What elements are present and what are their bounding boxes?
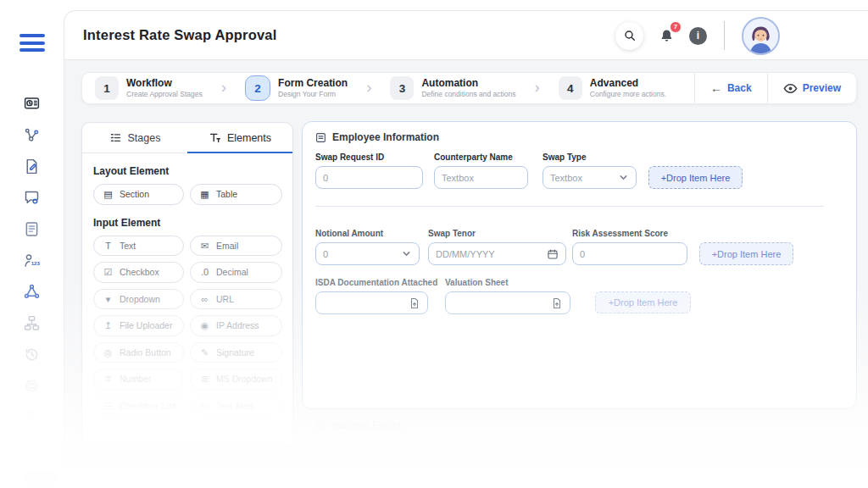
sidebar-bottom-button[interactable]: [25, 471, 57, 488]
stages-icon: [109, 131, 122, 144]
element-icon: T: [103, 241, 114, 251]
notifications-button[interactable]: 7: [654, 22, 679, 50]
palette-item[interactable]: ◎ Radio Button: [93, 342, 184, 363]
palette-item[interactable]: .0 Decimal: [190, 262, 282, 283]
element-icon: #: [103, 374, 114, 384]
content-area: 1 Workflow Create Approval Stages › 2 Fo…: [64, 60, 868, 488]
page-title: Interest Rate Swap Approval: [83, 27, 277, 43]
element-palette: Stages Elements Layout Element ▤ Section: [81, 122, 293, 447]
section-icon: [314, 420, 326, 431]
element-label: Dropdown: [120, 294, 160, 304]
element-icon: ▦: [199, 189, 210, 199]
palette-item[interactable]: ✎ Signature: [190, 342, 282, 363]
sidebar-icon-list: 123: [0, 94, 64, 458]
sitemap-icon[interactable]: [23, 313, 42, 332]
palette-item[interactable]: ☷ Checkbox List: [93, 396, 184, 417]
palette-item[interactable]: ↥ File Uploader: [93, 315, 184, 336]
elements-icon: [209, 131, 221, 144]
palette-item[interactable]: ▤ Section: [93, 184, 184, 205]
approval-flow-icon[interactable]: [23, 125, 42, 144]
field-isda-documentation: ISDA Documentation Attached: [315, 278, 428, 314]
calendar-icon[interactable]: [547, 248, 559, 260]
chat-settings-icon[interactable]: [23, 188, 42, 207]
form-edit-icon[interactable]: [23, 157, 42, 175]
step-number: 1: [95, 76, 119, 100]
file-upload-icon[interactable]: [551, 297, 563, 309]
element-icon: ✎: [199, 347, 210, 358]
stepper-actions: ← Back Preview: [694, 73, 856, 103]
element-icon: ☑: [103, 267, 114, 277]
top-actions: 7 i: [615, 11, 780, 60]
palette-item[interactable]: T Text: [93, 236, 184, 257]
step-subtitle: Configure more actions.: [590, 90, 666, 98]
palette-item[interactable]: ☑ Checkbox: [93, 262, 184, 283]
step-number: 4: [559, 76, 582, 100]
risk-assessment-score-input[interactable]: [580, 249, 680, 259]
notional-amount-select[interactable]: 0: [315, 242, 420, 265]
stepper-step[interactable]: 2 Form Creation Design Your Form ›: [245, 75, 390, 101]
stepper-step[interactable]: 1 Workflow Create Approval Stages ›: [95, 76, 245, 100]
info-button[interactable]: i: [689, 27, 707, 45]
form-canvas: Employee Information Swap Request ID Cou…: [302, 121, 857, 409]
menu-hamburger-icon[interactable]: [19, 34, 45, 52]
inactive-fields-section: Inactive Fields: [314, 419, 402, 431]
isda-file-input[interactable]: [315, 291, 428, 314]
chevron-right-icon: ›: [366, 80, 371, 95]
org-faded-icon[interactable]: [23, 408, 42, 426]
tab-stages[interactable]: Stages: [82, 123, 187, 152]
info-icon: i: [697, 30, 699, 42]
valuation-sheet-file-input[interactable]: [445, 291, 570, 314]
left-sidebar: 123: [0, 0, 64, 488]
palette-item[interactable]: # Number: [93, 369, 184, 390]
palette-item[interactable]: ▦ Table: [190, 184, 282, 205]
more-faded-icon[interactable]: [23, 439, 42, 458]
palette-item[interactable]: ◉ IP Address: [190, 315, 282, 336]
back-button[interactable]: ← Back: [695, 73, 767, 103]
notification-badge: 7: [670, 21, 682, 33]
tab-elements[interactable]: Elements: [187, 123, 292, 152]
element-icon: ∞: [199, 294, 210, 304]
stepper: 1 Workflow Create Approval Stages › 2 Fo…: [81, 72, 857, 104]
swap-request-id-input[interactable]: [323, 173, 415, 183]
stepper-step[interactable]: 4 Advanced Configure more actions. ›: [559, 76, 666, 100]
palette-item[interactable]: ≣ MS Dropdown: [190, 369, 282, 390]
palette-item[interactable]: ▭ Text Area: [190, 396, 282, 417]
user-avatar[interactable]: [742, 17, 780, 55]
file-upload-icon[interactable]: [409, 297, 420, 309]
main-panel: Interest Rate Swap Approval 7 i: [64, 10, 868, 488]
section-title: Employee Information: [332, 131, 439, 143]
layout-element-heading: Layout Element: [93, 165, 281, 177]
field-notional-amount: Notional Amount 0: [315, 229, 420, 265]
stepper-step[interactable]: 3 Automation Define conditions and actio…: [390, 76, 558, 100]
palette-item[interactable]: ▾ Dropdown: [93, 289, 184, 310]
row-divider: [315, 206, 824, 207]
step-number: 2: [245, 75, 270, 101]
step-title: Automation: [421, 78, 515, 89]
palette-item[interactable]: ∞ URL: [190, 289, 282, 310]
user-id-icon[interactable]: 123: [23, 251, 42, 269]
workflow-dashboard-icon[interactable]: [23, 94, 42, 113]
drop-zone[interactable]: +Drop Item Here: [595, 291, 691, 313]
drop-zone[interactable]: +Drop Item Here: [699, 242, 793, 265]
search-button[interactable]: [615, 22, 643, 50]
element-icon: ▾: [103, 294, 114, 304]
hierarchy-icon[interactable]: [23, 282, 42, 301]
element-label: Email: [216, 241, 238, 251]
element-label: Number: [120, 374, 151, 384]
swap-tenor-input[interactable]: [436, 249, 542, 259]
chevron-right-icon: ›: [221, 80, 226, 95]
counterparty-name-input[interactable]: [442, 173, 520, 183]
settings-faded-icon[interactable]: [23, 376, 42, 395]
input-element-list: T Text ✉ Email ☑ Checkbox: [82, 236, 292, 417]
element-icon: ≣: [199, 374, 210, 384]
palette-item[interactable]: ✉ Email: [190, 236, 282, 257]
field-swap-request-id: Swap Request ID: [315, 152, 423, 189]
preview-button[interactable]: Preview: [768, 73, 856, 103]
drop-zone[interactable]: +Drop Item Here: [648, 166, 743, 189]
history-icon[interactable]: [23, 345, 42, 363]
element-label: MS Dropdown: [216, 374, 273, 384]
swap-type-select[interactable]: Textbox: [542, 166, 637, 189]
step-title: Workflow: [126, 78, 203, 89]
element-icon: .0: [199, 267, 210, 277]
records-doc-icon[interactable]: [23, 219, 42, 238]
